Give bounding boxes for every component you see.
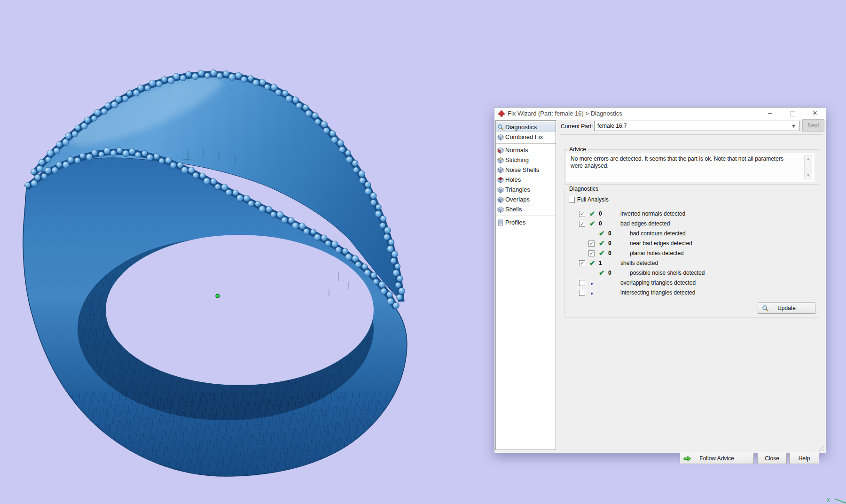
row-checkbox[interactable]	[579, 280, 585, 286]
sidebar-item-holes[interactable]: Holes	[496, 175, 556, 185]
sidebar-item-label: Triangles	[505, 186, 530, 193]
diagnostic-label: overlapping triangles detected	[620, 279, 696, 286]
row-checkbox[interactable]: ✓	[579, 221, 585, 227]
advice-scrollbar[interactable]: ▲ ▼	[804, 155, 812, 179]
status-ok-icon: ✔	[589, 219, 595, 227]
view-center-marker	[216, 294, 219, 298]
resize-grip[interactable]	[818, 445, 824, 451]
next-button[interactable]: Next	[802, 119, 824, 132]
cube-light-icon	[497, 206, 504, 213]
diagnostics-group-label: Diagnostics	[567, 186, 600, 192]
status-ok-icon: ✔	[589, 209, 595, 217]
row-checkbox[interactable]: ✓	[588, 250, 595, 256]
full-analysis-checkbox[interactable]	[569, 197, 575, 203]
cube-light-icon	[497, 134, 504, 140]
sidebar-item-noise-shells[interactable]: Noise Shells	[496, 165, 556, 175]
sidebar-item-label: Diagnostics	[505, 124, 537, 131]
sidebar-item-normals[interactable]: Normals	[496, 145, 556, 155]
dialog-body: Diagnostics Combined Fix Normals Stitchi…	[494, 120, 826, 453]
follow-advice-button[interactable]: Follow Advice	[680, 453, 754, 464]
row-checkbox[interactable]	[579, 290, 585, 296]
fix-wizard-window: Fix Wizard (Part: female 16) > Diagnosti…	[494, 107, 826, 453]
detected-count: 0	[608, 250, 630, 256]
full-analysis-label: Full Analysis	[577, 196, 609, 203]
diagnostic-row: ✓✔0planar holes detected	[579, 248, 815, 258]
sidebar-item-label: Combined Fix	[505, 133, 543, 140]
row-checkbox[interactable]: ✓	[588, 240, 595, 247]
scroll-up-icon[interactable]: ▲	[805, 156, 812, 163]
advice-group: Advice No more errors are detected. It s…	[564, 149, 819, 185]
diagnostic-label: intersecting triangles detected	[620, 289, 695, 296]
detected-count: 0	[608, 270, 630, 276]
sidebar-item-label: Noise Shells	[505, 166, 539, 173]
diagnostic-label: inverted normals detected	[620, 210, 685, 217]
help-button[interactable]: Help	[789, 453, 819, 464]
diagnostic-label: bad edges detected	[620, 220, 670, 227]
row-checkbox[interactable]: ✓	[579, 260, 585, 266]
green-arrow-icon	[683, 456, 691, 462]
diagnostic-row: ✔0bad contours detected	[579, 228, 815, 238]
diagnostic-row: ✓✔0bad edges detected	[579, 218, 815, 228]
sidebar-item-profiles[interactable]: Profiles	[496, 217, 556, 227]
sidebar-item-label: Profiles	[505, 219, 525, 226]
close-button[interactable]: Close	[757, 453, 787, 464]
diagnostic-label: possible noise shells detected	[630, 270, 705, 276]
cube-speckled-icon	[497, 167, 504, 173]
cube-triangle-icon	[497, 186, 504, 193]
cube-dark-icon	[497, 196, 504, 203]
ring-hole	[106, 235, 374, 385]
sidebar-item-shells[interactable]: Shells	[496, 204, 556, 214]
diagnostic-label: shells detected	[620, 260, 658, 266]
maximize-icon	[790, 111, 795, 116]
sidebar-group: Normals Stitching Noise Shells Holes Tri…	[496, 143, 556, 216]
magnifier-icon	[497, 124, 504, 131]
detected-count: 1	[599, 260, 620, 266]
sidebar-item-overlaps[interactable]: Overlaps	[496, 194, 556, 204]
sidebar-item-diagnostics[interactable]: Diagnostics	[496, 122, 556, 132]
window-title: Fix Wizard (Part: female 16) > Diagnosti…	[508, 108, 622, 120]
minimize-button[interactable]: –	[762, 108, 777, 120]
diagnostics-rows: ✓✔0inverted normals detected✓✔0bad edges…	[579, 209, 815, 297]
diagnostic-label: bad contours detected	[630, 230, 686, 237]
sidebar-item-label: Shells	[505, 206, 522, 213]
fix-pages-sidebar: Diagnostics Combined Fix Normals Stitchi…	[495, 120, 556, 450]
status-ok-icon: ✔	[599, 239, 605, 247]
title-bar[interactable]: Fix Wizard (Part: female 16) > Diagnosti…	[494, 108, 826, 120]
current-part-label: Current Part:	[561, 123, 593, 130]
application-stage: X Fix Wizard (Part: female 16) > Diagnos…	[0, 0, 846, 504]
cube-red-top-icon	[497, 177, 504, 183]
diagnostic-row: intersecting triangles detected	[579, 287, 815, 297]
full-analysis-row: Full Analysis	[569, 196, 609, 203]
maximize-button[interactable]	[785, 108, 800, 120]
sidebar-item-combined-fix[interactable]: Combined Fix	[496, 132, 556, 142]
diagnostic-label: planar holes detected	[630, 250, 684, 256]
detected-count: 0	[608, 240, 630, 247]
current-part-combobox[interactable]: female 16.7 ▼	[594, 121, 799, 131]
sidebar-item-stitching[interactable]: Stitching	[496, 155, 556, 165]
row-checkbox[interactable]: ✓	[579, 211, 585, 217]
diagnostics-group: Diagnostics Full Analysis ✓✔0inverted no…	[564, 189, 819, 318]
sidebar-item-label: Overlaps	[505, 196, 530, 203]
status-ok-icon: ✔	[599, 229, 605, 237]
sidebar-item-label: Normals	[505, 147, 528, 154]
scroll-down-icon[interactable]: ▼	[805, 172, 812, 179]
cube-red-front-icon	[497, 147, 504, 154]
follow-advice-label: Follow Advice	[699, 455, 734, 462]
advice-group-label: Advice	[567, 146, 588, 153]
cube-tan-top-icon	[497, 157, 504, 163]
axis-x-label: X	[826, 496, 830, 504]
diagnostic-row: ✓✔0near bad edges detected	[579, 238, 815, 248]
status-ok-icon: ✔	[599, 269, 605, 277]
update-button[interactable]: Update	[758, 302, 815, 314]
status-ok-icon: ✔	[589, 259, 595, 267]
magnifier-icon	[762, 305, 769, 312]
fix-wizard-icon	[498, 110, 505, 117]
status-pending-icon	[591, 293, 593, 295]
chevron-down-icon: ▼	[791, 121, 796, 131]
update-label: Update	[777, 305, 796, 311]
sidebar-item-triangles[interactable]: Triangles	[496, 185, 556, 194]
detected-count: 0	[608, 230, 630, 237]
close-window-button[interactable]: ✕	[807, 108, 822, 120]
sidebar-group: Diagnostics Combined Fix	[496, 121, 556, 143]
sidebar-group: Profiles	[496, 216, 556, 229]
